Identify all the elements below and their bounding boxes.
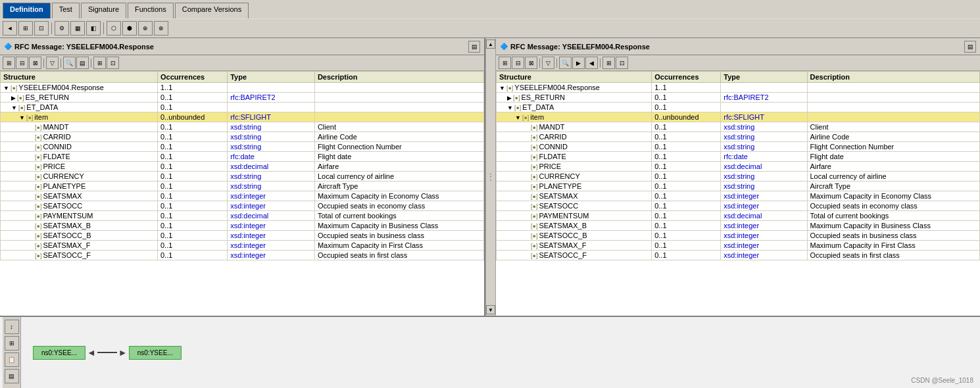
cell-desc: Local currency of airline bbox=[314, 172, 483, 182]
right-col-structure: Structure bbox=[497, 72, 652, 83]
node-name: SEATSMAX_B bbox=[43, 222, 91, 230]
node-icon: [●] bbox=[35, 174, 41, 180]
scroll-up-btn[interactable]: ▲ bbox=[486, 39, 495, 49]
mini-btn4[interactable]: ▤ bbox=[5, 369, 19, 383]
node-name: PRICE bbox=[43, 162, 65, 170]
cell-desc: Occupied seats in economy class bbox=[807, 201, 980, 211]
cell-occ: 1..1 bbox=[157, 83, 227, 93]
table-row: [●]SEATSOCC_B0..1xsd:integerOccupied sea… bbox=[1, 231, 484, 241]
lpt-btn4[interactable]: ▽ bbox=[46, 57, 59, 69]
lpt-btn2[interactable]: ⊟ bbox=[16, 57, 28, 69]
mini-btn3[interactable]: 📋 bbox=[5, 352, 19, 367]
lpt-btn6[interactable]: ▤ bbox=[76, 57, 89, 69]
cell-desc bbox=[314, 112, 483, 122]
node-name: SEATSMAX_F bbox=[539, 241, 586, 249]
mini-btn2[interactable]: ⊞ bbox=[5, 336, 19, 351]
table-row: ▼[●]YSEELEFM004.Response1..1 bbox=[1, 83, 484, 93]
node-name: YSEELEFM004.Response bbox=[514, 84, 600, 91]
lpt-btn5[interactable]: 🔍 bbox=[63, 57, 76, 69]
node-name: SEATSMAX bbox=[43, 192, 82, 200]
lpt-btn8[interactable]: ⊡ bbox=[107, 57, 119, 69]
left-panel-menu-btn[interactable]: ▤ bbox=[468, 41, 480, 53]
cell-type: xsd:integer bbox=[228, 231, 315, 241]
diagram-box-left[interactable]: ns0:YSEE... bbox=[33, 346, 86, 360]
toolbar-btn-1[interactable]: ◄ bbox=[3, 21, 17, 36]
expand-icon[interactable]: ▶ bbox=[507, 95, 512, 101]
expand-icon[interactable]: ▼ bbox=[11, 105, 17, 111]
node-icon: [●] bbox=[531, 174, 537, 180]
table-row: [●]FLDATE0..1rfc:dateFlight date bbox=[1, 152, 484, 162]
watermark: CSDN @Seele_1018 bbox=[911, 377, 973, 384]
node-name: SEATSOCC bbox=[539, 202, 578, 210]
toolbar-btn-10[interactable]: ⊗ bbox=[154, 21, 168, 36]
right-table-scroll[interactable]: Structure Occurrences Type Description ▼… bbox=[496, 71, 980, 316]
cell-occ: 0..1 bbox=[652, 152, 721, 162]
node-icon: [●] bbox=[513, 95, 520, 101]
rpt-btn9[interactable]: ⊡ bbox=[616, 57, 628, 69]
tab-functions[interactable]: Functions bbox=[128, 3, 174, 18]
left-col-type: Type bbox=[228, 72, 315, 83]
diagram-box-right[interactable]: ns0:YSEE... bbox=[129, 346, 182, 360]
cell-occ: 0..1 bbox=[652, 172, 721, 182]
rpt-btn3[interactable]: ⊠ bbox=[525, 57, 537, 69]
rpt-btn4[interactable]: ▽ bbox=[542, 57, 554, 69]
toolbar-btn-2[interactable]: ⊞ bbox=[18, 21, 33, 36]
cell-occ: 0..1 bbox=[652, 182, 721, 191]
node-name: ES_RETURN bbox=[25, 93, 69, 101]
lpt-btn1[interactable]: ⊞ bbox=[3, 57, 15, 69]
tab-signature[interactable]: Signature bbox=[81, 3, 126, 18]
node-name: SEATSOCC_F bbox=[43, 251, 91, 259]
toolbar-btn-6[interactable]: ◧ bbox=[86, 21, 101, 36]
toolbar-btn-7[interactable]: ⬡ bbox=[107, 21, 121, 36]
cell-desc: Local currency of airline bbox=[807, 172, 980, 182]
rpt-btn8[interactable]: ⊞ bbox=[602, 57, 615, 69]
rpt-btn5[interactable]: 🔍 bbox=[559, 57, 572, 69]
right-tree-table: Structure Occurrences Type Description ▼… bbox=[496, 71, 980, 260]
cell-structure: ▶[●]ES_RETURN bbox=[497, 93, 652, 103]
cell-desc bbox=[807, 93, 980, 103]
node-name: MANDT bbox=[539, 123, 564, 131]
right-panel-header: 🔷 RFC Message: YSEELEFM004.Response ▤ bbox=[496, 38, 980, 55]
node-name: CARRID bbox=[539, 133, 566, 141]
lpt-btn3[interactable]: ⊠ bbox=[29, 57, 41, 69]
node-name: PLANETYPE bbox=[43, 182, 86, 190]
rpt-btn6[interactable]: ▶ bbox=[572, 57, 585, 69]
cell-occ: 0..1 bbox=[652, 221, 721, 231]
expand-icon[interactable]: ▶ bbox=[11, 95, 16, 101]
toolbar-btn-8[interactable]: ⬢ bbox=[122, 21, 137, 36]
cell-type: rfc:BAPIRET2 bbox=[721, 93, 807, 103]
node-name: PRICE bbox=[539, 162, 561, 170]
tab-definition[interactable]: Definition bbox=[3, 3, 51, 18]
rpt-btn1[interactable]: ⊞ bbox=[499, 57, 511, 69]
cell-desc: Client bbox=[807, 122, 980, 132]
tab-compare-versions[interactable]: Compare Versions bbox=[175, 3, 249, 18]
toolbar-btn-4[interactable]: ⚙ bbox=[55, 21, 69, 36]
expand-icon[interactable]: ▼ bbox=[3, 85, 9, 91]
table-row: [●]SEATSMAX0..1xsd:integerMaximum Capaci… bbox=[1, 191, 484, 201]
expand-icon[interactable]: ▼ bbox=[499, 85, 505, 91]
mini-btn1[interactable]: ↕ bbox=[5, 320, 19, 334]
rpt-btn7[interactable]: ◀ bbox=[585, 57, 598, 69]
expand-icon[interactable]: ▼ bbox=[507, 105, 513, 111]
table-row: [●]SEATSMAX_F0..1xsd:integerMaximum Capa… bbox=[497, 241, 980, 251]
toolbar-btn-3[interactable]: ⊡ bbox=[34, 21, 49, 36]
expand-icon[interactable]: ▼ bbox=[515, 114, 521, 121]
node-icon: [●] bbox=[35, 243, 41, 249]
cell-structure: [●]SEATSMAX_B bbox=[1, 221, 158, 231]
right-panel-menu-btn[interactable]: ▤ bbox=[964, 41, 976, 53]
left-table-scroll[interactable]: Structure Occurrences Type Description ▼… bbox=[0, 71, 484, 316]
cell-type: xsd:string bbox=[228, 142, 315, 152]
toolbar-btn-5[interactable]: ▦ bbox=[70, 21, 85, 36]
left-side-mini-toolbar: ↕ ⊞ 📋 ▤ bbox=[3, 317, 21, 388]
center-splitter[interactable]: ▲ ⋮ ▼ bbox=[485, 38, 496, 316]
cell-type: xsd:string bbox=[721, 122, 807, 132]
lpt-btn7[interactable]: ⊞ bbox=[93, 57, 106, 69]
scroll-down-btn[interactable]: ▼ bbox=[486, 305, 495, 314]
expand-icon[interactable]: ▼ bbox=[19, 114, 25, 121]
cell-desc: Occupied seats in business class bbox=[314, 231, 483, 241]
table-row: [●]SEATSMAX_B0..1xsd:integerMaximum Capa… bbox=[497, 221, 980, 231]
table-row: ▼[●]ET_DATA0..1 bbox=[1, 103, 484, 112]
rpt-btn2[interactable]: ⊟ bbox=[512, 57, 524, 69]
tab-test[interactable]: Test bbox=[52, 3, 80, 18]
toolbar-btn-9[interactable]: ⊕ bbox=[138, 21, 153, 36]
